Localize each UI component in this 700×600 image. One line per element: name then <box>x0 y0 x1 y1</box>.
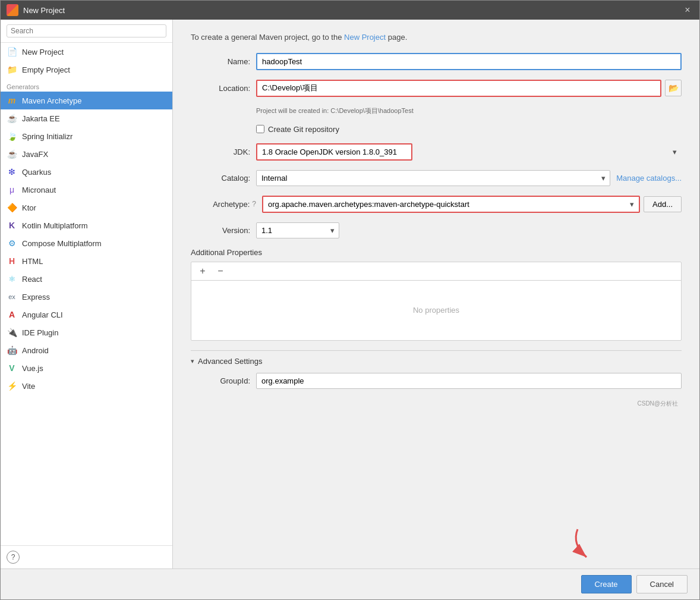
browse-button[interactable]: 📂 <box>665 80 682 96</box>
create-button[interactable]: Create <box>581 575 632 593</box>
micronaut-icon: μ <box>7 184 17 195</box>
express-icon: ex <box>7 291 17 302</box>
footer-with-overlay: Create Cancel <box>1 568 699 599</box>
sidebar-item-label: IDE Plugin <box>22 328 58 337</box>
sidebar-item-vuejs[interactable]: V Vue.js <box>1 359 172 377</box>
new-project-icon: 📄 <box>7 46 17 57</box>
jdk-select[interactable]: 1.8 Oracle OpenJDK version 1.8.0_391 17 … <box>256 143 412 161</box>
react-icon: ⚛ <box>7 274 17 284</box>
sidebar-search-area <box>1 20 172 43</box>
sidebar-item-micronaut[interactable]: μ Micronaut <box>1 181 172 199</box>
advanced-settings-toggle[interactable]: ▾ Advanced Settings <box>191 357 682 366</box>
sidebar-item-label: Jakarta EE <box>22 114 60 123</box>
advanced-settings-section: ▾ Advanced Settings GroupId: <box>191 350 682 389</box>
sidebar-item-label: React <box>22 275 42 284</box>
sidebar-item-compose-multiplatform[interactable]: ⚙ Compose Multiplatform <box>1 234 172 252</box>
add-archetype-button[interactable]: Add... <box>644 196 682 212</box>
name-row: Name: <box>191 53 682 70</box>
sidebar-item-label: Quarkus <box>22 168 51 177</box>
vite-icon: ⚡ <box>7 381 17 391</box>
empty-project-icon: 📁 <box>7 64 17 75</box>
sidebar-item-quarkus[interactable]: ❇ Quarkus <box>1 163 172 181</box>
vue-icon: V <box>7 363 17 373</box>
archetype-label: Archetype: <box>213 200 250 209</box>
html-icon: H <box>7 256 17 266</box>
sidebar-item-spring-initializr[interactable]: 🍃 Spring Initializr <box>1 127 172 145</box>
additional-properties-title: Additional Properties <box>191 248 682 257</box>
sidebar-item-label: Express <box>22 293 50 301</box>
sidebar-item-label: Micronaut <box>22 186 56 194</box>
sidebar-item-html[interactable]: H HTML <box>1 252 172 270</box>
sidebar-item-javafx[interactable]: ☕ JavaFX <box>1 145 172 163</box>
name-label: Name: <box>191 57 250 66</box>
new-project-link[interactable]: New Project <box>344 33 386 42</box>
dialog-title: New Project <box>23 6 677 15</box>
ktor-icon: 🔶 <box>7 202 17 213</box>
catalog-control: Internal Default Remote Manage catalogs.… <box>256 170 682 186</box>
title-bar: New Project × <box>1 1 699 20</box>
sidebar-item-react[interactable]: ⚛ React <box>1 270 172 288</box>
no-properties-text: No properties <box>191 281 681 340</box>
version-label: Version: <box>191 226 250 235</box>
manage-catalogs-link[interactable]: Manage catalogs... <box>616 174 682 183</box>
sidebar-items-list: 📄 New Project 📁 Empty Project Generators… <box>1 43 172 545</box>
maven-archetype-icon: m <box>7 95 17 106</box>
git-checkbox-label: Create Git repository <box>268 125 339 134</box>
sidebar-item-new-project[interactable]: 📄 New Project <box>1 43 172 61</box>
jdk-row: JDK: 1.8 Oracle OpenJDK version 1.8.0_39… <box>191 143 682 161</box>
app-icon <box>7 4 18 16</box>
sidebar-item-label: Empty Project <box>22 65 70 74</box>
version-select[interactable]: 1.1 1.0 1.2 <box>256 222 339 238</box>
intro-text: To create a general Maven project, go to… <box>191 32 682 43</box>
main-content: To create a general Maven project, go to… <box>173 20 699 568</box>
group-id-row: GroupId: <box>191 373 682 389</box>
advanced-toggle-icon: ▾ <box>191 357 194 365</box>
dialog-footer-container: Create Cancel <box>1 568 699 599</box>
jdk-select-wrapper: 1.8 Oracle OpenJDK version 1.8.0_391 17 … <box>256 143 682 161</box>
catalog-input-row: Internal Default Remote Manage catalogs.… <box>256 170 682 186</box>
sidebar-item-label: HTML <box>22 257 43 266</box>
archetype-select-wrapper: org.apache.maven.archetypes:maven-archet… <box>262 196 640 213</box>
ide-plugin-icon: 🔌 <box>7 327 17 338</box>
sidebar-footer: ? <box>1 545 172 568</box>
remove-property-button[interactable]: − <box>214 265 227 278</box>
help-button[interactable]: ? <box>7 551 20 564</box>
new-project-dialog: New Project × 📄 New Project 📁 Empty Proj… <box>0 0 700 600</box>
catalog-select-wrapper: Internal Default Remote <box>256 170 610 186</box>
jdk-control: 1.8 Oracle OpenJDK version 1.8.0_391 17 … <box>256 143 682 161</box>
sidebar-item-vite[interactable]: ⚡ Vite <box>1 377 172 395</box>
sidebar-item-ktor[interactable]: 🔶 Ktor <box>1 199 172 216</box>
name-input[interactable] <box>256 53 682 70</box>
sidebar-item-angular-cli[interactable]: A Angular CLI <box>1 306 172 323</box>
intro-text-part2: page. <box>388 33 408 42</box>
sidebar: 📄 New Project 📁 Empty Project Generators… <box>1 20 173 568</box>
version-control: 1.1 1.0 1.2 <box>256 222 682 238</box>
close-button[interactable]: × <box>682 4 693 16</box>
sidebar-item-ide-plugin[interactable]: 🔌 IDE Plugin <box>1 323 172 341</box>
dialog-body: 📄 New Project 📁 Empty Project Generators… <box>1 20 699 568</box>
sidebar-item-jakarta-ee[interactable]: ☕ Jakarta EE <box>1 109 172 127</box>
location-label: Location: <box>191 84 250 93</box>
jdk-label: JDK: <box>191 147 250 156</box>
git-checkbox[interactable] <box>256 125 264 133</box>
git-checkbox-row: Create Git repository <box>256 125 682 134</box>
sidebar-item-maven-archetype[interactable]: m Maven Archetype <box>1 92 172 109</box>
sidebar-search-input[interactable] <box>7 24 166 37</box>
sidebar-item-kotlin-multiplatform[interactable]: K Kotlin Multiplatform <box>1 216 172 234</box>
location-input[interactable] <box>256 80 661 97</box>
javafx-icon: ☕ <box>7 149 17 159</box>
additional-properties-section: Additional Properties + − No properties <box>191 248 682 341</box>
cancel-button[interactable]: Cancel <box>636 575 688 593</box>
archetype-select[interactable]: org.apache.maven.archetypes:maven-archet… <box>263 197 639 212</box>
sidebar-item-express[interactable]: ex Express <box>1 288 172 306</box>
sidebar-item-empty-project[interactable]: 📁 Empty Project <box>1 61 172 78</box>
group-id-input[interactable] <box>256 373 682 389</box>
location-row: Location: 📂 <box>191 80 682 97</box>
catalog-select[interactable]: Internal Default Remote <box>256 170 610 186</box>
archetype-help-icon[interactable]: ? <box>252 200 256 208</box>
sidebar-item-label: Kotlin Multiplatform <box>22 221 88 230</box>
jakarta-ee-icon: ☕ <box>7 113 17 124</box>
sidebar-item-android[interactable]: 🤖 Android <box>1 341 172 359</box>
add-property-button[interactable]: + <box>196 265 209 278</box>
sidebar-item-label: New Project <box>22 48 64 56</box>
